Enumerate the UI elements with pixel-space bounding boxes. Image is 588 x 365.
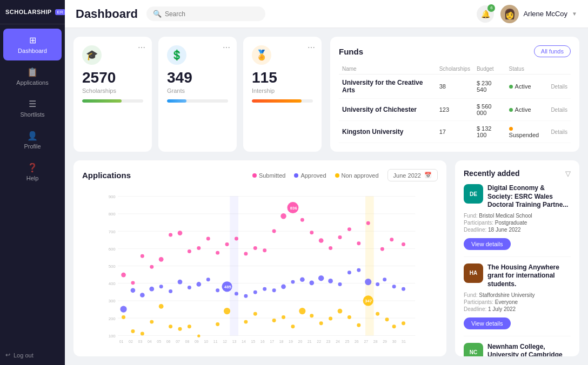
date-selector[interactable]: June 2022 📅 [387,169,438,181]
logo-text: SCHOLARSHIP [5,9,52,15]
svg-point-82 [120,306,126,313]
logout-button[interactable]: ↩ Log out [0,345,65,365]
notifications-button[interactable]: 🔔 6 [477,5,494,23]
help-icon: ❓ [27,163,38,173]
stat-cards: ⋯ 🎓 2570 Scholarships 65% ⋯ 💲 [74,37,322,152]
svg-point-88 [178,280,183,285]
dashboard-icon: ⊞ [29,35,36,45]
sidebar-item-label: Profile [24,143,41,150]
fund-value: Bristol Medical School [479,213,532,219]
stat-card-grants: ⋯ 💲 349 Grants 32% [158,37,237,152]
svg-point-61 [216,251,219,255]
svg-text:836: 836 [290,206,298,211]
scholarships-count: 2570 [82,70,143,85]
svg-text:13: 13 [232,340,237,343]
profile-icon: 👤 [27,131,38,141]
svg-point-68 [280,213,286,219]
recent-item-title: The Housing Anywhere grant for internati… [487,263,571,289]
top-row: ⋯ 🎓 2570 Scholarships 65% ⋯ 💲 [74,37,579,152]
svg-text:08: 08 [185,340,190,343]
date-label: June 2022 [393,172,421,179]
recently-added-panel: Recently added ▽ DE Digital Economy & So… [455,160,579,356]
search-bar[interactable]: 🔍 [146,6,265,21]
svg-point-105 [328,279,333,283]
scholarships-card-icon: 🎓 [82,45,102,65]
card-menu-scholarships[interactable]: ⋯ [138,43,145,52]
internship-progress-fill [252,99,302,103]
search-input[interactable] [165,10,259,18]
svg-point-126 [253,312,257,316]
svg-point-79 [380,247,384,251]
sidebar-nav: ⊞ Dashboard 📋 Applications ☰ Shortlists … [0,24,65,345]
sidebar-item-label: Dashboard [18,48,47,54]
recent-item-header: HA The Housing Anywhere grant for intern… [464,263,571,289]
svg-point-127 [272,319,276,322]
svg-text:02: 02 [129,340,133,343]
svg-point-136 [357,323,360,327]
svg-point-66 [263,248,266,252]
fund-scholarships: 17 [436,121,473,143]
col-action [547,64,571,75]
user-menu[interactable]: 👩 Arlene McCoy ▼ [500,5,577,23]
fund-budget: $ 132 100 [473,121,506,143]
sidebar-item-profile[interactable]: 👤 Profile [0,124,65,156]
svg-rect-19 [365,197,374,336]
svg-text:12: 12 [223,340,227,343]
card-menu-internship[interactable]: ⋯ [308,43,315,52]
svg-point-142 [402,321,405,325]
recent-deadline: Deadline: 1 July 2022 [464,306,571,312]
details-link[interactable]: Details [551,129,567,135]
col-budget: Budget [473,64,506,75]
all-funds-button[interactable]: All funds [534,45,571,57]
details-link[interactable]: Details [551,84,567,90]
svg-text:27: 27 [364,340,368,343]
funds-card: Funds All funds Name Scholarships Budget… [330,37,579,152]
legend-non-approved-label: Non approved [342,172,379,179]
svg-point-95 [235,292,238,295]
internship-count: 115 [252,70,313,85]
recent-participants: Participants: Postgraduate [464,220,571,226]
svg-point-57 [178,231,183,235]
svg-point-101 [291,280,295,284]
svg-point-122 [197,335,200,337]
svg-text:30: 30 [392,340,397,343]
user-menu-chevron-icon: ▼ [572,11,577,17]
svg-point-87 [169,289,172,293]
svg-point-109 [365,279,371,285]
svg-text:31: 31 [402,340,406,343]
recent-deadline: Deadline: 18 June 2022 [464,227,571,233]
sidebar-item-help[interactable]: ❓ Help [0,156,65,188]
sidebar-item-dashboard[interactable]: ⊞ Dashboard [3,29,62,60]
content-area: ⋯ 🎓 2570 Scholarships 65% ⋯ 💲 [65,28,588,365]
svg-point-118 [159,304,164,309]
svg-point-140 [385,317,389,321]
fund-budget: $ 230 540 [473,75,506,99]
svg-text:05: 05 [157,340,161,343]
page-title: Dashboard [76,7,138,21]
view-details-button[interactable]: View details [464,238,511,250]
view-details-button[interactable]: View details [464,317,511,329]
recently-added-title: Recently added [464,169,519,178]
chart-title: Applications [82,171,131,180]
svg-text:22: 22 [317,340,321,343]
col-scholarships: Scholarships [436,64,473,75]
svg-point-97 [253,290,257,294]
internship-label: Intership [252,87,313,94]
svg-point-62 [225,242,229,246]
fund-name: Kingston University [339,121,436,143]
details-link[interactable]: Details [551,107,567,113]
svg-point-113 [402,287,405,291]
sidebar-item-shortlists[interactable]: ☰ Shortlists [0,92,65,124]
avatar: HA [464,263,483,283]
card-menu-grants[interactable]: ⋯ [223,43,230,52]
sidebar-item-label: Applications [16,79,48,86]
avatar: NC [464,343,483,356]
svg-text:200: 200 [109,316,116,321]
sidebar-item-applications[interactable]: 📋 Applications [0,60,65,92]
table-row: University of Chichester 123 $ 560 000 A… [339,99,571,121]
notification-badge: 6 [487,4,495,12]
list-item: NC Newnham College, University of Cambri… [464,343,571,356]
svg-point-58 [188,249,191,253]
svg-point-120 [178,327,182,331]
filter-icon[interactable]: ▽ [565,170,571,178]
